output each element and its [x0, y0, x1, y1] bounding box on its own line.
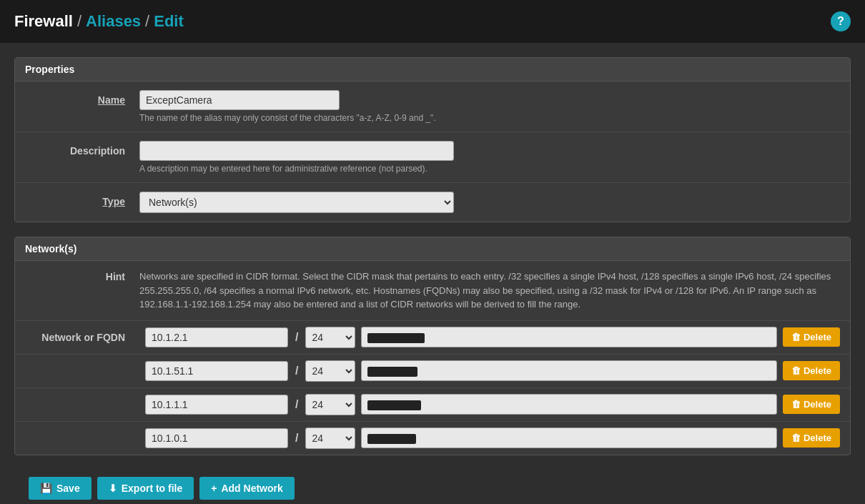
- breadcrumb-edit: Edit: [154, 12, 184, 31]
- description-hint: A description may be entered here for ad…: [139, 164, 840, 174]
- name-row: Name The name of the alias may only cons…: [15, 81, 850, 132]
- type-label: Type: [25, 192, 139, 207]
- trash-icon-4: 🗑: [791, 433, 801, 443]
- network-ip-3[interactable]: [145, 395, 288, 415]
- description-input[interactable]: [139, 141, 454, 161]
- hint-row: Hint Networks are specified in CIDR form…: [15, 261, 850, 321]
- network-desc-4[interactable]: [361, 428, 777, 448]
- save-label: Save: [56, 483, 80, 494]
- delete-button-1[interactable]: 🗑 Delete: [783, 327, 840, 347]
- cidr-select-4[interactable]: 24 8 16 32: [305, 428, 355, 449]
- cidr-select-1[interactable]: 24 8 16 32: [305, 327, 355, 348]
- delete-button-2[interactable]: 🗑 Delete: [783, 361, 840, 380]
- networks-panel-header: Network(s): [15, 237, 850, 261]
- network-ip-2[interactable]: [145, 361, 288, 381]
- hint-label: Hint: [25, 270, 139, 282]
- description-label: Description: [25, 141, 139, 157]
- delete-label-1: Delete: [804, 332, 831, 342]
- add-icon: +: [211, 483, 217, 494]
- slash-sep-4: /: [294, 432, 300, 445]
- save-icon: 💾: [40, 483, 52, 494]
- name-hint: The name of the alias may only consist o…: [139, 113, 840, 123]
- main-content: Properties Name The name of the alias ma…: [0, 43, 865, 504]
- redacted-4: [367, 434, 416, 444]
- type-content: Network(s) Host(s) Port(s) URL (IPs) URL…: [139, 192, 840, 213]
- redacted-3: [367, 400, 421, 410]
- properties-panel-body: Name The name of the alias may only cons…: [15, 81, 850, 222]
- slash-sep-3: /: [294, 398, 300, 411]
- networks-panel-body: Hint Networks are specified in CIDR form…: [15, 261, 850, 455]
- breadcrumb-firewall: Firewall: [14, 12, 73, 31]
- breadcrumb: Firewall / Aliases / Edit: [14, 12, 184, 31]
- slash-sep-2: /: [294, 365, 300, 377]
- breadcrumb-aliases[interactable]: Aliases: [86, 12, 141, 31]
- add-network-button[interactable]: + Add Network: [199, 477, 295, 500]
- slash-sep-1: /: [294, 331, 300, 344]
- network-desc-1[interactable]: [361, 327, 777, 347]
- network-row-4: / 24 8 16 32 🗑 Delete: [15, 422, 850, 455]
- name-label: Name: [25, 90, 139, 106]
- trash-icon-2: 🗑: [791, 365, 801, 376]
- description-label-text: Description: [70, 145, 125, 157]
- delete-label-4: Delete: [804, 433, 831, 443]
- name-content: The name of the alias may only consist o…: [139, 90, 840, 123]
- save-button[interactable]: 💾 Save: [29, 477, 92, 500]
- export-label: Export to file: [122, 483, 183, 494]
- network-row-2: / 24 8 16 32 🗑 Delete: [15, 355, 850, 388]
- breadcrumb-sep-1: /: [77, 12, 81, 31]
- name-label-text: Name: [98, 94, 125, 106]
- redacted-1: [367, 333, 425, 343]
- cidr-select-3[interactable]: 24 8 16 32: [305, 394, 355, 415]
- add-network-label: Add Network: [221, 483, 282, 494]
- export-button[interactable]: ⬇ Export to file: [97, 477, 194, 500]
- header: Firewall / Aliases / Edit ?: [0, 0, 865, 43]
- properties-panel-header: Properties: [15, 58, 850, 81]
- network-row-3: / 24 8 16 32 🗑 Delete: [15, 388, 850, 422]
- network-ip-1[interactable]: [145, 327, 288, 347]
- hint-text: Networks are specified in CIDR format. S…: [139, 270, 840, 312]
- delete-label-3: Delete: [804, 399, 831, 410]
- cidr-select-2[interactable]: 24 8 16 32: [305, 360, 355, 382]
- trash-icon-1: 🗑: [791, 332, 801, 342]
- redacted-2: [367, 367, 417, 377]
- trash-icon-3: 🗑: [791, 399, 801, 410]
- network-ip-4[interactable]: [145, 428, 288, 448]
- network-desc-2[interactable]: [361, 360, 777, 380]
- footer-buttons: 💾 Save ⬇ Export to file + Add Network: [14, 470, 851, 505]
- type-label-text: Type: [102, 196, 125, 207]
- delete-button-4[interactable]: 🗑 Delete: [783, 428, 840, 448]
- description-row: Description A description may be entered…: [15, 132, 850, 183]
- delete-label-2: Delete: [804, 365, 831, 376]
- properties-panel: Properties Name The name of the alias ma…: [14, 57, 851, 222]
- type-row: Type Network(s) Host(s) Port(s) URL (IPs…: [15, 183, 850, 222]
- network-desc-3[interactable]: [361, 394, 777, 414]
- type-select[interactable]: Network(s) Host(s) Port(s) URL (IPs) URL…: [139, 192, 454, 213]
- networks-panel: Network(s) Hint Networks are specified i…: [14, 237, 851, 455]
- breadcrumb-sep-2: /: [145, 12, 149, 31]
- delete-button-3[interactable]: 🗑 Delete: [783, 395, 840, 414]
- export-icon: ⬇: [109, 483, 117, 494]
- description-content: A description may be entered here for ad…: [139, 141, 840, 174]
- help-icon[interactable]: ?: [831, 11, 851, 31]
- network-row-1: Network or FQDN / 24 8 16 32 🗑 Delete: [15, 321, 850, 355]
- network-fqdn-label: Network or FQDN: [25, 332, 139, 343]
- name-input[interactable]: [139, 90, 340, 110]
